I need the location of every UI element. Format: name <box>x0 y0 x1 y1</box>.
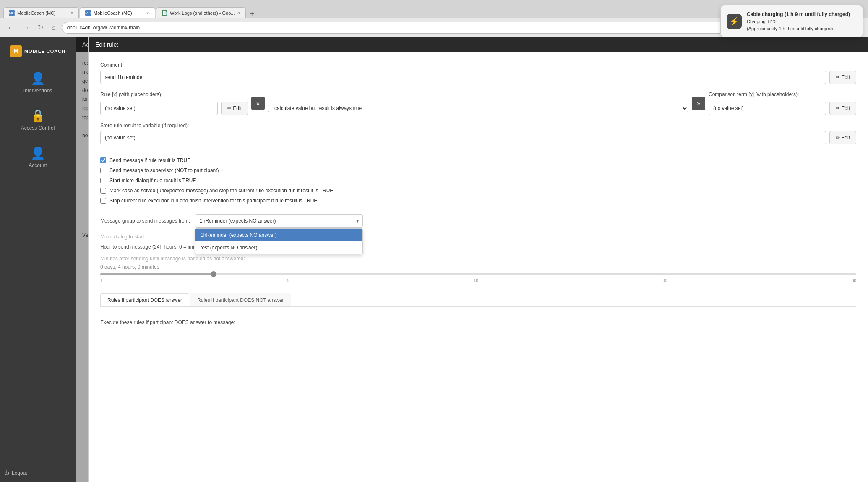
notification-icon: ⚡ <box>727 14 742 29</box>
sidebar-item-account[interactable]: 👤 Account <box>0 139 76 176</box>
checkbox-3-label: Start micro dialog if rule result is TRU… <box>109 178 196 183</box>
modal-title-bar: Edit rule: <box>89 37 868 52</box>
notification-line2: (Approximately 1 h 9 m until fully charg… <box>747 25 850 32</box>
rule-input[interactable] <box>100 102 218 115</box>
tab-1[interactable]: MC MobileCoach (MC) × <box>3 7 79 18</box>
slider-value-label: 0 days, 4 hours, 0 minutes <box>100 264 856 270</box>
tick-3: 10 <box>474 278 478 283</box>
checkbox-1-input[interactable] <box>100 157 106 163</box>
sidebar-item-account-label: Account <box>29 162 47 168</box>
store-input[interactable] <box>100 131 826 144</box>
store-group: Store rule result to variable (if requir… <box>100 123 856 144</box>
tick-2: 5 <box>287 278 289 283</box>
logout-label: Logout <box>12 470 27 476</box>
sidebar-logo: M MOBILE COACH <box>10 41 65 64</box>
comparison-label: Comparison term [y] (with placeholders): <box>709 92 856 97</box>
tab-3[interactable]: 📄 Work Logs (and others) - Goo... × <box>156 7 246 18</box>
checkbox-2: Send message to supervisor (NOT to parti… <box>100 168 856 173</box>
right-panel: Activate Monitoring result of selected r… <box>76 37 868 482</box>
msg-group-input[interactable] <box>195 214 363 228</box>
notification-line1: Charging: 81% <box>747 18 850 25</box>
checkbox-3-input[interactable] <box>100 178 106 183</box>
logout-icon: ⏻ <box>4 470 9 476</box>
execute-section: Execute these rules if participant DOES … <box>100 314 856 336</box>
tab-2-close[interactable]: × <box>147 10 150 16</box>
interventions-icon: 👤 <box>31 71 45 85</box>
comparison-row: ✏ Edit <box>709 102 856 115</box>
msg-group-dropdown: 1hReminder (expects NO answer) test (exp… <box>195 228 363 254</box>
modal-title: Edit rule: <box>95 41 118 48</box>
checkbox-2-input[interactable] <box>100 168 106 173</box>
account-icon: 👤 <box>31 146 45 160</box>
divider-2 <box>100 209 856 209</box>
rule-arrow-button[interactable]: » <box>251 97 265 110</box>
forward-button[interactable]: → <box>20 22 32 33</box>
slider-fill <box>100 273 214 275</box>
micro-dialog-label: Micro dialog to start: <box>100 234 146 240</box>
reload-button[interactable]: ↻ <box>35 22 46 33</box>
comment-input[interactable] <box>100 71 826 84</box>
sidebar: M MOBILE COACH 👤 Interventions 🔒 Access … <box>0 37 76 482</box>
tab-1-close[interactable]: × <box>70 10 73 16</box>
logo-text: MOBILE COACH <box>24 49 65 54</box>
comment-row: ✏ Edit <box>100 71 856 84</box>
tab-1-title: MobileCoach (MC) <box>17 10 68 16</box>
tab-2[interactable]: MC MobileCoach (MC) × <box>80 7 155 18</box>
checkbox-1-label: Send message if rule result is TRUE <box>109 157 190 163</box>
home-button[interactable]: ⌂ <box>49 22 58 33</box>
tab-does-not-answer[interactable]: Rules if participant DOES NOT answer <box>190 293 291 306</box>
sidebar-item-interventions-label: Interventions <box>23 88 52 94</box>
comment-label: Comment: <box>100 62 856 68</box>
checkbox-1: Send message if rule result is TRUE <box>100 157 856 163</box>
msg-group-label: Message group to send messages from: <box>100 218 190 224</box>
comparison-edit-button[interactable]: ✏ Edit <box>829 102 856 115</box>
minutes-label: Minutes after sending until message is h… <box>100 256 856 262</box>
app: M MOBILE COACH 👤 Interventions 🔒 Access … <box>0 37 868 482</box>
logout-button[interactable]: ⏻ Logout <box>0 464 76 482</box>
bottom-tabs: Rules if participant DOES answer Rules i… <box>100 293 856 307</box>
notification: ⚡ Cable charging (1 h 9 m until fully ch… <box>720 5 863 37</box>
comparison-group: Comparison term [y] (with placeholders):… <box>709 92 856 115</box>
dropdown-option-1hreminder[interactable]: 1hReminder (expects NO answer) <box>195 229 362 241</box>
new-tab-button[interactable]: + <box>247 10 258 18</box>
rule-label: Rule [x] (with placeholders): <box>100 92 248 97</box>
checkbox-2-label: Send message to supervisor (NOT to parti… <box>109 168 219 173</box>
sidebar-item-interventions[interactable]: 👤 Interventions <box>0 64 76 101</box>
store-label: Store rule result to variable (if requir… <box>100 123 856 128</box>
tab-does-answer[interactable]: Rules if participant DOES answer <box>100 293 189 306</box>
comparison-input[interactable] <box>709 102 826 115</box>
checkbox-5-input[interactable] <box>100 198 106 204</box>
checkbox-4-label: Mark case as solved (unexpected message)… <box>109 188 333 194</box>
sidebar-item-access-control[interactable]: 🔒 Access Control <box>0 101 76 139</box>
slider-track <box>100 273 856 275</box>
comparison-arrow-button[interactable]: » <box>692 97 705 110</box>
divider-1 <box>100 152 856 152</box>
comment-edit-button[interactable]: ✏ Edit <box>829 71 856 84</box>
tab-3-favicon: 📄 <box>162 10 167 16</box>
slider-thumb[interactable] <box>211 271 216 277</box>
store-row: ✏ Edit <box>100 131 856 144</box>
execute-label: Execute these rules if participant DOES … <box>100 320 856 325</box>
slider-area: Minutes after sending until message is h… <box>100 256 856 283</box>
sidebar-item-access-control-label: Access Control <box>21 125 55 131</box>
divider-3 <box>100 288 856 288</box>
tick-1: 1 <box>100 278 103 283</box>
dropdown-option-test[interactable]: test (expects NO answer) <box>195 241 362 254</box>
msg-group-row: Message group to send messages from: ▼ 1… <box>100 214 856 228</box>
notification-title: Cable charging (1 h 9 m until fully char… <box>747 10 850 18</box>
tick-4: 30 <box>662 278 667 283</box>
checkbox-5-label: Stop current rule execution run and fini… <box>109 198 317 204</box>
rule-dropdown-group: calculate value but result is always tru… <box>268 94 688 112</box>
rule-group: Rule [x] (with placeholders): ✏ Edit <box>100 92 248 115</box>
back-button[interactable]: ← <box>5 22 17 33</box>
rule-edit-button[interactable]: ✏ Edit <box>221 102 248 115</box>
notification-text: Cable charging (1 h 9 m until fully char… <box>747 10 850 32</box>
rule-type-dropdown[interactable]: calculate value but result is always tru… <box>268 105 688 112</box>
checkbox-4-input[interactable] <box>100 188 106 194</box>
tab-2-favicon: MC <box>85 10 91 16</box>
tab-3-title: Work Logs (and others) - Goo... <box>170 10 235 16</box>
checkbox-3: Start micro dialog if rule result is TRU… <box>100 178 856 183</box>
tab-3-close[interactable]: × <box>237 10 240 16</box>
slider-ticks: 1 5 10 30 60 <box>100 278 856 283</box>
store-edit-button[interactable]: ✏ Edit <box>829 131 856 144</box>
